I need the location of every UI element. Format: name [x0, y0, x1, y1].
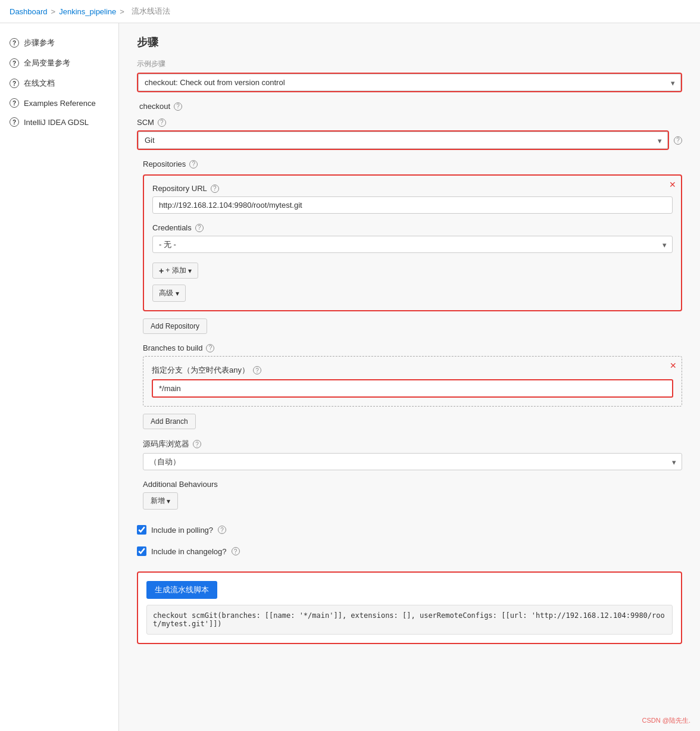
- source-browser-label: 源码库浏览器: [143, 439, 189, 449]
- repo-url-help-icon[interactable]: ?: [211, 185, 219, 193]
- help-icon-intellij: ?: [10, 117, 19, 127]
- sidebar-item-intellij[interactable]: ? IntelliJ IDEA GDSL: [0, 113, 118, 132]
- breadcrumb-dashboard[interactable]: Dashboard: [10, 7, 48, 16]
- scm-help-icon[interactable]: ?: [158, 118, 166, 127]
- include-polling-row: Include in polling? ?: [137, 519, 682, 541]
- example-steps-group: 示例步骤 checkout: Check out from version co…: [137, 59, 682, 92]
- add-credentials-button[interactable]: + + 添加 ▾: [152, 263, 198, 279]
- additional-behaviours-label: Additional Behaviours: [143, 480, 218, 489]
- credentials-select[interactable]: - 无 -: [152, 236, 673, 253]
- sidebar-item-label-step-ref: 步骤参考: [24, 38, 55, 48]
- sidebar-item-examples-ref[interactable]: ? Examples Reference: [0, 93, 118, 113]
- repositories-label: Repositories: [143, 160, 186, 168]
- example-steps-label: 示例步骤: [137, 59, 682, 69]
- example-steps-select[interactable]: checkout: Check out from version control: [138, 74, 681, 91]
- sidebar-item-label-intellij: IntelliJ IDEA GDSL: [24, 118, 89, 127]
- credentials-help-icon[interactable]: ?: [195, 224, 204, 232]
- repositories-help-icon[interactable]: ?: [189, 160, 198, 168]
- credentials-group: Credentials ? - 无 -: [152, 223, 673, 253]
- branches-group: Branches to build ? ✕ 指定分支（为空时代表any） ? A…: [143, 343, 682, 429]
- branches-help-icon[interactable]: ?: [206, 344, 214, 352]
- add-branch-button[interactable]: Add Branch: [143, 414, 196, 429]
- checkout-help-icon[interactable]: ?: [174, 102, 182, 111]
- help-icon-online: ?: [10, 79, 19, 88]
- checkout-label: checkout: [139, 102, 170, 111]
- include-polling-checkbox[interactable]: [137, 525, 146, 535]
- help-icon-global: ?: [10, 58, 19, 68]
- repo-delete-button[interactable]: ✕: [669, 180, 676, 189]
- add-repository-button[interactable]: Add Repository: [143, 318, 207, 334]
- branch-delete-button[interactable]: ✕: [670, 361, 677, 370]
- generate-section: 生成流水线脚本 checkout scmGit(branches: [[name…: [137, 571, 682, 644]
- scm-group: SCM ? Git ?: [137, 118, 682, 150]
- breadcrumb-pipeline[interactable]: Jenkins_pipeline: [59, 7, 116, 16]
- main-content: 步骤 示例步骤 checkout: Check out from version…: [119, 23, 700, 731]
- additional-behaviours-group: Additional Behaviours 新增 ▾: [143, 480, 682, 510]
- generate-output: checkout scmGit(branches: [[name: '*/mai…: [146, 605, 673, 635]
- repository-url-group: Repository URL ?: [152, 184, 673, 214]
- generate-button[interactable]: 生成流水线脚本: [146, 581, 217, 599]
- changelog-help-icon[interactable]: ?: [232, 547, 240, 555]
- branch-input[interactable]: [152, 379, 673, 398]
- credentials-label: Credentials: [152, 223, 192, 232]
- advanced-button[interactable]: 高级 ▾: [152, 285, 186, 302]
- source-browser-help-icon[interactable]: ?: [193, 440, 201, 448]
- sidebar: ? 步骤参考 ? 全局变量参考 ? 在线文档 ? Examples Refere…: [0, 23, 119, 731]
- branch-help-icon[interactable]: ?: [253, 366, 261, 374]
- scm-right-help-icon[interactable]: ?: [674, 136, 682, 145]
- scm-label: SCM: [137, 118, 154, 127]
- repository-url-label: Repository URL: [152, 184, 207, 193]
- polling-help-icon[interactable]: ?: [218, 526, 226, 534]
- breadcrumb: Dashboard > Jenkins_pipeline > 流水线语法: [0, 0, 700, 23]
- new-add-button[interactable]: 新增 ▾: [143, 492, 178, 510]
- sidebar-item-label-examples-ref: Examples Reference: [24, 99, 96, 108]
- help-icon-examples: ?: [10, 98, 19, 108]
- repository-url-input[interactable]: [152, 196, 673, 214]
- sidebar-item-step-ref[interactable]: ? 步骤参考: [0, 33, 118, 53]
- sidebar-item-label-online-doc: 在线文档: [24, 78, 55, 89]
- sidebar-item-global-var[interactable]: ? 全局变量参考: [0, 53, 118, 73]
- sidebar-item-label-global-var: 全局变量参考: [24, 58, 70, 68]
- branch-field-label: 指定分支（为空时代表any）: [152, 365, 249, 376]
- include-changelog-label: Include in changelog?: [151, 547, 227, 556]
- branches-label: Branches to build: [143, 343, 202, 352]
- watermark: CSDN @陆先生.: [642, 716, 690, 725]
- page-title: 步骤: [137, 35, 682, 49]
- sidebar-item-online-doc[interactable]: ? 在线文档: [0, 73, 118, 93]
- include-changelog-row: Include in changelog? ?: [137, 541, 682, 562]
- help-icon-step: ?: [10, 38, 19, 48]
- source-browser-group: 源码库浏览器 ? （自动）: [143, 439, 682, 470]
- repository-card: ✕ Repository URL ? Credentials ?: [143, 174, 682, 311]
- source-browser-select[interactable]: （自动）: [143, 453, 682, 470]
- branch-card: ✕ 指定分支（为空时代表any） ?: [143, 356, 682, 407]
- include-polling-label: Include in polling?: [151, 526, 213, 535]
- scm-select[interactable]: Git: [138, 132, 668, 149]
- include-changelog-checkbox[interactable]: [137, 546, 146, 556]
- breadcrumb-current: 流水线语法: [132, 6, 170, 17]
